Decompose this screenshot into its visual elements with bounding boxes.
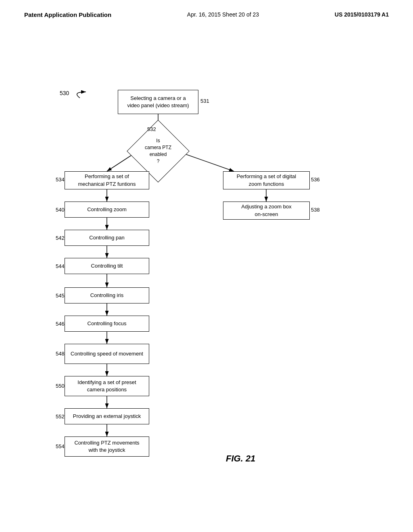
node-554-text: Controlling PTZ movements with the joyst… bbox=[74, 439, 139, 454]
header-center: Apr. 16, 2015 Sheet 20 of 23 bbox=[187, 11, 259, 18]
header-left: Patent Application Publication bbox=[24, 11, 111, 18]
header: Patent Application Publication Apr. 16, … bbox=[0, 0, 413, 18]
diagram: 530 Selecting a camera or a video panel … bbox=[0, 22, 413, 506]
node-540-text: Controlling zoom bbox=[87, 206, 127, 213]
node-540: Controlling zoom bbox=[65, 202, 149, 218]
node-538-text: Adjusting a zoom box on-screen bbox=[241, 203, 291, 218]
node-552-text: Providing an external joystick bbox=[73, 413, 141, 420]
node-550: Identifying a set of preset camera posit… bbox=[65, 376, 149, 396]
label-554: 554 bbox=[56, 443, 65, 449]
node-546-text: Controlling focus bbox=[88, 320, 127, 327]
label-532: 532 bbox=[147, 126, 156, 132]
node-545-text: Controlling iris bbox=[90, 292, 123, 299]
label-536: 536 bbox=[311, 177, 320, 183]
node-531: Selecting a camera or a video panel (vid… bbox=[118, 90, 198, 114]
node-536-text: Performing a set of digital zoom functio… bbox=[237, 173, 296, 187]
label-540: 540 bbox=[56, 207, 65, 213]
label-548: 548 bbox=[56, 351, 65, 357]
label-531: 531 bbox=[200, 98, 209, 104]
fig-label: FIG. 21 bbox=[226, 453, 255, 464]
label-545: 545 bbox=[56, 293, 65, 299]
node-532-text: Is camera PTZ enabled ? bbox=[145, 137, 171, 164]
node-532: Is camera PTZ enabled ? bbox=[136, 129, 180, 173]
node-534-text: Performing a set of mechanical PTZ funti… bbox=[78, 173, 136, 187]
node-550-text: Identifying a set of preset camera posit… bbox=[77, 379, 136, 393]
node-534: Performing a set of mechanical PTZ funti… bbox=[65, 171, 149, 189]
label-546: 546 bbox=[56, 321, 65, 327]
node-536: Performing a set of digital zoom functio… bbox=[223, 171, 310, 189]
label-550: 550 bbox=[56, 383, 65, 389]
label-552: 552 bbox=[56, 414, 65, 420]
node-545: Controlling iris bbox=[65, 287, 149, 303]
node-542: Controlling pan bbox=[65, 230, 149, 246]
label-544: 544 bbox=[56, 263, 65, 269]
label-542: 542 bbox=[56, 235, 65, 241]
node-544: Controlling tilt bbox=[65, 258, 149, 274]
node-548: Controlling speed of movement bbox=[65, 344, 149, 364]
node-546: Controlling focus bbox=[65, 316, 149, 332]
header-right: US 2015/0103179 A1 bbox=[335, 11, 389, 18]
node-552: Providing an external joystick bbox=[65, 408, 149, 424]
node-538: Adjusting a zoom box on-screen bbox=[223, 202, 310, 220]
node-544-text: Controlling tilt bbox=[91, 262, 123, 270]
node-554: Controlling PTZ movements with the joyst… bbox=[65, 436, 149, 457]
node-548-text: Controlling speed of movement bbox=[71, 350, 143, 357]
svg-line-3 bbox=[180, 152, 234, 171]
label-530: 530 bbox=[60, 90, 69, 96]
page: Patent Application Publication Apr. 16, … bbox=[0, 0, 413, 532]
label-534: 534 bbox=[56, 177, 65, 183]
node-542-text: Controlling pan bbox=[89, 234, 124, 241]
label-538: 538 bbox=[311, 207, 320, 213]
node-531-text: Selecting a camera or a video panel (vid… bbox=[127, 95, 189, 109]
